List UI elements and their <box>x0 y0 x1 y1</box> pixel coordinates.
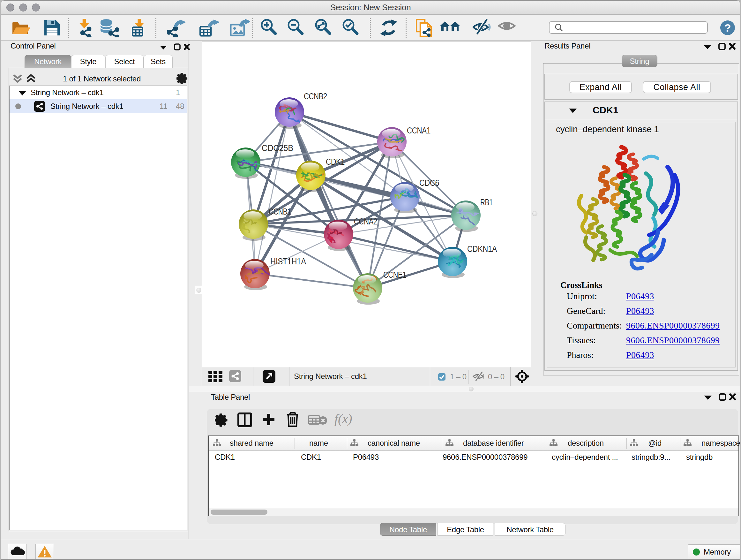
svg-text:CCNB1: CCNB1 <box>269 207 291 216</box>
svg-text:CCNE1: CCNE1 <box>383 270 406 280</box>
svg-text:CDK1: CDK1 <box>326 157 345 167</box>
svg-text:CDC6: CDC6 <box>419 178 439 188</box>
svg-text:CCNA1: CCNA1 <box>407 126 430 135</box>
svg-text:HIST1H1A: HIST1H1A <box>270 257 306 266</box>
svg-text:CCNB2: CCNB2 <box>304 91 327 101</box>
svg-text:CCNA2: CCNA2 <box>354 217 377 226</box>
svg-text:CDKN1A: CDKN1A <box>467 244 497 254</box>
svg-text:CDC25B: CDC25B <box>262 143 293 153</box>
svg-text:RB1: RB1 <box>480 198 493 207</box>
